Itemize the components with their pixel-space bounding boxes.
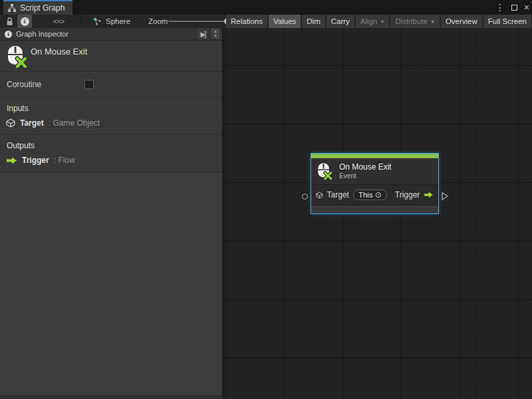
overview-button[interactable]: Overview — [441, 15, 482, 28]
zoom-slider[interactable] — [168, 21, 228, 22]
input-port-row: Target : Game Object — [6, 118, 100, 128]
chevron-down-icon: ▼ — [430, 19, 435, 24]
variables-toggle-button[interactable]: <×> — [48, 15, 69, 28]
values-button[interactable]: Values — [269, 15, 301, 28]
on-mouse-exit-node[interactable]: On Mouse Exit Event Target This ⊙ Trigge… — [311, 153, 439, 214]
graph-object-icon — [92, 15, 102, 28]
node-output-port[interactable] — [441, 192, 449, 201]
mouse-exit-icon — [6, 45, 27, 68]
coroutine-section: Coroutine — [0, 72, 222, 98]
chevron-down-icon: ▼ — [380, 19, 384, 24]
dock-panel-icon[interactable]: ▶] — [198, 30, 207, 39]
panel-width-stepper[interactable]: ▲ ▼ — [211, 29, 219, 39]
target-port-label: Target — [327, 190, 349, 200]
script-graph-window: Script Graph ⋮ × i <×> — [0, 0, 532, 399]
output-port-type: : Flow — [54, 156, 75, 165]
graph-canvas[interactable]: On Mouse Exit Event Target This ⊙ Trigge… — [223, 28, 532, 399]
window-close-icon[interactable]: × — [524, 0, 529, 15]
inputs-header: Inputs — [7, 104, 29, 113]
flow-arrow-icon — [424, 191, 434, 199]
full-screen-button[interactable]: Full Screen — [483, 15, 531, 28]
distribute-dropdown-button[interactable]: Distribute ▼ — [390, 15, 440, 28]
tab-bar: Script Graph ⋮ × — [0, 0, 532, 15]
toolbar-separator — [80, 15, 81, 28]
event-title: On Mouse Exit — [31, 47, 87, 57]
carry-button[interactable]: Carry — [327, 15, 354, 28]
graph-toolbar: i <×> Sphere Zoom 1x Relations Values — [0, 15, 532, 28]
coroutine-label: Coroutine — [7, 80, 41, 89]
stepper-up-icon[interactable]: ▲ — [213, 29, 217, 34]
target-object-picker[interactable]: This ⊙ — [353, 190, 387, 200]
event-summary-section: On Mouse Exit — [0, 41, 222, 72]
code-brackets-icon: <×> — [53, 17, 64, 25]
zoom-label: Zoom — [148, 15, 168, 28]
game-object-cube-icon — [6, 118, 15, 128]
relations-button[interactable]: Relations — [226, 15, 267, 28]
target-object-value: This — [358, 191, 373, 199]
object-picker-icon[interactable]: ⊙ — [375, 191, 382, 199]
tab-label: Script Graph — [20, 3, 65, 13]
mouse-exit-icon — [317, 162, 332, 180]
node-port-row: Target This ⊙ Trigger — [311, 184, 438, 205]
graph-inspector-toggle-button[interactable]: i — [17, 15, 32, 28]
event-color-bar — [311, 154, 438, 158]
align-dropdown-button[interactable]: Align ▼ — [356, 15, 390, 28]
graph-inspector-panel: i Graph Inspector ▶] ▲ ▼ On Mouse Exit — [0, 28, 223, 399]
info-icon: i — [21, 17, 29, 26]
trigger-port-label: Trigger — [395, 190, 420, 200]
node-footer — [311, 205, 438, 213]
lock-icon[interactable] — [3, 15, 15, 28]
game-object-cube-icon — [316, 191, 323, 200]
graph-hierarchy-icon — [7, 3, 17, 13]
input-port-name: Target — [20, 118, 44, 128]
input-port-type: : Game Object — [49, 118, 100, 128]
outputs-section: Outputs Trigger : Flow — [0, 136, 222, 172]
outputs-header: Outputs — [7, 141, 35, 150]
info-icon: i — [5, 31, 12, 38]
node-subtitle: Event — [339, 172, 392, 180]
window-maximize-icon[interactable] — [511, 5, 517, 11]
window-controls: ⋮ × — [495, 0, 529, 15]
node-title: On Mouse Exit — [339, 162, 392, 172]
coroutine-checkbox[interactable] — [84, 80, 94, 89]
graph-object-name[interactable]: Sphere — [106, 15, 130, 28]
flow-arrow-icon — [6, 157, 17, 164]
dim-button[interactable]: Dim — [302, 15, 325, 28]
graph-inspector-header: i Graph Inspector ▶] ▲ ▼ — [0, 28, 222, 41]
graph-inspector-title: Graph Inspector — [16, 30, 194, 38]
node-input-port[interactable] — [302, 194, 308, 200]
toolbar-button-group: Relations Values Dim Carry Align ▼ Distr… — [226, 15, 531, 28]
stepper-down-icon[interactable]: ▼ — [213, 34, 217, 39]
inputs-section: Inputs Target : Game Object — [0, 98, 222, 135]
output-port-row: Trigger : Flow — [6, 156, 75, 165]
node-titles: On Mouse Exit Event — [339, 162, 392, 180]
window-menu-icon[interactable]: ⋮ — [495, 0, 505, 15]
output-port-name: Trigger — [22, 156, 49, 165]
tab-script-graph[interactable]: Script Graph — [3, 0, 72, 15]
node-header[interactable]: On Mouse Exit Event — [311, 158, 438, 184]
